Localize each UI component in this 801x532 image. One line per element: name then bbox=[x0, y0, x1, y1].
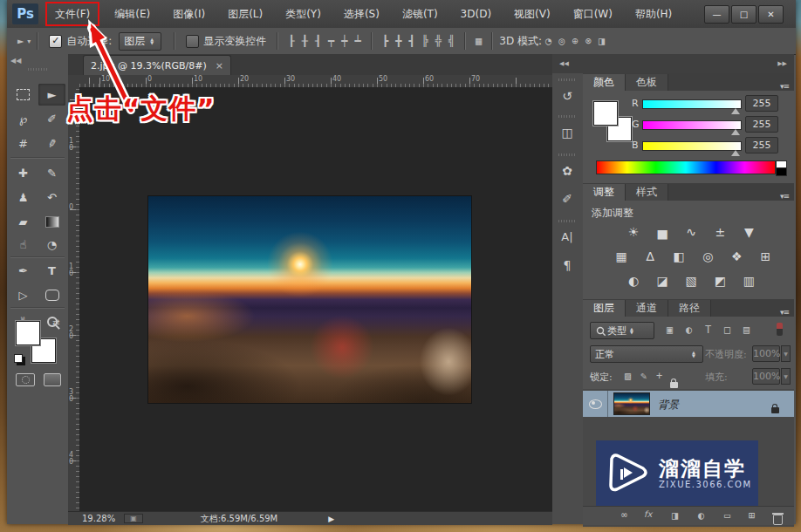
zoom-level[interactable]: 19.28% bbox=[82, 514, 115, 523]
tab-styles[interactable]: 样式 bbox=[626, 184, 668, 201]
green-slider-thumb[interactable] bbox=[731, 129, 740, 135]
red-slider-thumb[interactable] bbox=[731, 108, 740, 114]
vibrance-icon[interactable]: ▼ bbox=[736, 225, 761, 239]
opacity-value[interactable]: 100% bbox=[752, 345, 780, 362]
3d-drag-icon[interactable]: ⊕ bbox=[569, 35, 582, 47]
healing-brush-tool[interactable]: ✚ bbox=[10, 162, 37, 184]
smudge-tool[interactable]: ☝ bbox=[10, 234, 37, 256]
layer-name[interactable]: 背景 bbox=[658, 398, 679, 413]
quick-mask-button[interactable] bbox=[16, 373, 35, 386]
distribute-middle-icon[interactable]: ╬ bbox=[432, 35, 445, 47]
menu-layer[interactable]: 图层(L) bbox=[216, 3, 274, 25]
document-image[interactable] bbox=[148, 196, 471, 403]
auto-select-checkbox[interactable]: ✓ bbox=[49, 35, 62, 48]
collapse-tools-icon[interactable]: ◀◀ bbox=[10, 57, 21, 65]
layer-thumbnail[interactable] bbox=[614, 393, 649, 414]
color-balance-icon[interactable]: ∆ bbox=[638, 249, 662, 263]
panel-menu-icon[interactable]: ▾≡ bbox=[780, 308, 794, 317]
align-top-edges-icon[interactable]: ┯ bbox=[325, 35, 338, 47]
tab-adjustments[interactable]: 调整 bbox=[583, 184, 626, 201]
collapse-panels-icon[interactable]: ▶▶ bbox=[777, 60, 787, 67]
history-panel-icon[interactable]: ↺ bbox=[552, 89, 582, 103]
menu-edit[interactable]: 编辑(E) bbox=[103, 3, 161, 25]
show-transform-checkbox[interactable] bbox=[186, 35, 199, 48]
filter-kind-type-icon[interactable]: T bbox=[702, 324, 715, 336]
brush-presets-panel-icon[interactable]: ✿ bbox=[552, 164, 582, 178]
tab-color[interactable]: 颜色 bbox=[583, 74, 626, 91]
color-foreground-swatch[interactable] bbox=[593, 101, 618, 126]
swap-colors-icon[interactable]: ⇄ bbox=[52, 317, 59, 327]
layer-visibility-toggle[interactable] bbox=[583, 391, 608, 417]
paragraph-panel-icon[interactable]: ¶ bbox=[552, 258, 582, 272]
gradient-tool[interactable] bbox=[38, 211, 65, 233]
tab-swatches[interactable]: 色板 bbox=[626, 74, 668, 91]
status-expand-icon[interactable]: ▶ bbox=[328, 515, 334, 523]
3d-roll-icon[interactable]: ◎ bbox=[555, 35, 568, 47]
crop-tool[interactable]: # bbox=[10, 133, 37, 154]
layer-style-icon[interactable]: fx bbox=[644, 509, 652, 519]
new-group-icon[interactable]: ▭ bbox=[721, 509, 734, 522]
opacity-dropdown-icon[interactable]: ▼ bbox=[781, 345, 791, 362]
black-white-icon[interactable]: ◧ bbox=[667, 249, 691, 263]
filter-kind-pixel-icon[interactable]: ▣ bbox=[663, 324, 676, 336]
align-right-edges-icon[interactable]: ┨ bbox=[312, 35, 325, 47]
menu-select[interactable]: 选择(S) bbox=[332, 3, 391, 25]
filter-kind-smartobject-icon[interactable]: ▤ bbox=[740, 324, 753, 336]
spectrum-black-swatch[interactable] bbox=[776, 167, 787, 176]
new-adjustment-icon[interactable]: ◐ bbox=[695, 509, 708, 522]
close-button[interactable]: ✕ bbox=[758, 5, 784, 24]
character-panel-icon[interactable]: A| bbox=[552, 230, 582, 243]
blue-value[interactable]: 255 bbox=[745, 137, 778, 153]
brightness-contrast-icon[interactable]: ☀ bbox=[621, 225, 646, 239]
quick-selection-tool[interactable]: ✐ bbox=[38, 108, 65, 130]
distribute-bottom-icon[interactable]: ╣ bbox=[445, 35, 458, 47]
default-colors-icon[interactable] bbox=[14, 354, 23, 363]
red-value[interactable]: 255 bbox=[745, 95, 778, 112]
move-tool[interactable]: ► bbox=[38, 84, 65, 106]
panel-gripper[interactable] bbox=[558, 153, 576, 156]
auto-select-target-dropdown[interactable]: 图层 ▲▼ bbox=[119, 32, 161, 51]
hue-saturation-icon[interactable]: ▦ bbox=[609, 249, 633, 263]
delete-layer-icon[interactable] bbox=[773, 515, 783, 525]
align-bottom-edges-icon[interactable]: ┷ bbox=[351, 35, 364, 47]
lock-all-icon[interactable] bbox=[670, 382, 678, 388]
menu-image[interactable]: 图像(I) bbox=[161, 3, 216, 25]
menu-help[interactable]: 帮助(H) bbox=[624, 3, 683, 25]
tab-channels[interactable]: 通道 bbox=[626, 300, 668, 317]
auto-align-layers-icon[interactable]: ▦ bbox=[472, 35, 485, 47]
document-tab[interactable]: 2.jpg @ 19.3%(RGB/8#) × bbox=[83, 55, 231, 76]
background-layer-row[interactable]: 背景 bbox=[583, 391, 794, 417]
distribute-right-icon[interactable]: ┫ bbox=[405, 35, 418, 47]
3d-scale-icon[interactable]: ◨ bbox=[595, 35, 608, 47]
blend-mode-dropdown[interactable]: 正常 ▲▼ bbox=[590, 345, 703, 363]
align-vertical-centers-icon[interactable]: ┿ bbox=[338, 35, 351, 47]
blue-slider-thumb[interactable] bbox=[731, 150, 740, 156]
minimize-button[interactable]: — bbox=[704, 5, 729, 24]
horizontal-ruler[interactable]: 10 0 10 20 30 40 50 60 70 bbox=[79, 75, 552, 88]
threshold-icon[interactable]: ▧ bbox=[679, 274, 703, 288]
lock-transparent-icon[interactable]: ▨ bbox=[621, 370, 634, 382]
layer-filter-dropdown[interactable]: 类型 ▲▼ bbox=[590, 322, 654, 339]
menu-view[interactable]: 视图(V) bbox=[503, 3, 562, 25]
menu-type[interactable]: 类型(Y) bbox=[274, 3, 332, 25]
posterize-icon[interactable]: ◪ bbox=[650, 274, 674, 288]
tab-layers[interactable]: 图层 bbox=[583, 300, 626, 317]
lock-pixels-icon[interactable]: ✎ bbox=[637, 370, 650, 382]
selective-color-icon[interactable]: ▥ bbox=[736, 274, 761, 288]
menu-filter[interactable]: 滤镜(T) bbox=[391, 3, 449, 25]
expand-panels-icon[interactable]: ◀◀ bbox=[559, 60, 569, 67]
status-adobe-drive-icon[interactable]: ▣ bbox=[124, 514, 143, 523]
screen-mode-button[interactable] bbox=[44, 373, 61, 386]
history-brush-tool[interactable]: ↶ bbox=[38, 187, 65, 208]
link-layers-icon[interactable]: ∞ bbox=[618, 509, 631, 521]
add-mask-icon[interactable]: ◨ bbox=[668, 509, 681, 522]
distribute-left-icon[interactable]: ┣ bbox=[379, 35, 392, 47]
fill-value[interactable]: 100% bbox=[752, 368, 780, 385]
photo-filter-icon[interactable]: ◎ bbox=[695, 249, 720, 263]
rectangular-marquee-tool[interactable] bbox=[10, 84, 37, 106]
clone-stamp-tool[interactable]: ♟ bbox=[10, 187, 37, 208]
path-selection-tool[interactable]: ▷ bbox=[10, 284, 37, 306]
green-slider[interactable] bbox=[642, 120, 742, 130]
eyedropper-tool[interactable]: ✏ bbox=[38, 133, 65, 154]
pen-tool[interactable]: ✒ bbox=[10, 260, 37, 282]
